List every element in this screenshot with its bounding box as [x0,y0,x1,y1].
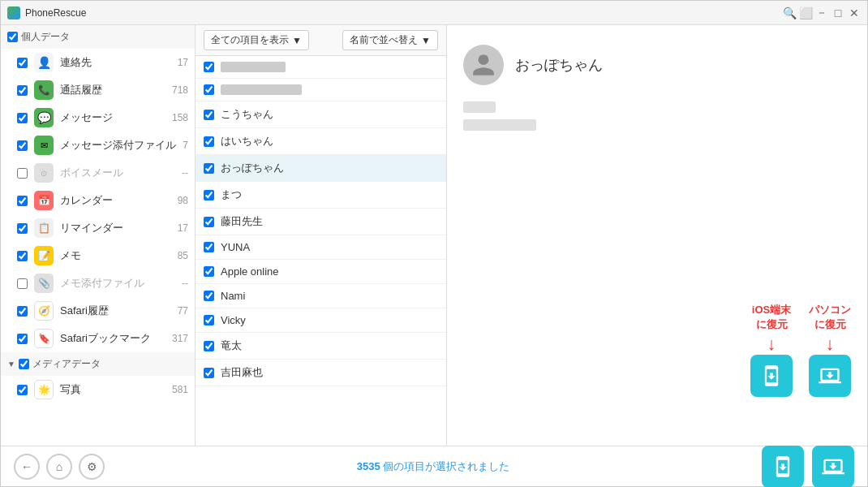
contact-item[interactable]: 吉田麻也 [196,360,446,386]
pc-restore-icon [819,364,841,387]
search-button[interactable]: 🔍 [783,6,796,19]
contacts-checkbox[interactable] [17,58,28,68]
contact-checkbox[interactable] [204,136,214,147]
sidebar-item-messages[interactable]: 💬 メッセージ 158 [1,104,195,131]
home-button[interactable]: ⌂ [46,454,72,480]
minimize-button[interactable]: － [815,6,828,19]
noteatt-label: メモ添付ファイル [60,276,175,291]
sidebar-item-notes[interactable]: 📝 メモ 85 [1,242,195,269]
nav-buttons: ← ⌂ ⚙ [14,454,105,480]
ios-restore-col: iOS端末に復元 ↓ [750,303,793,397]
voicemail-count: -- [182,167,188,179]
app-window: PhoneRescue 🔍 ⬜ － □ ✕ 個人データ 👤 連絡先 17 [0,0,868,487]
calendar-checkbox[interactable] [17,196,28,206]
calendar-label: カレンダー [60,193,171,208]
status-number: 3535 [357,460,380,472]
contact-name: YUNA [221,241,250,253]
back-button[interactable]: ← [14,454,40,480]
contact-item[interactable]: Vicky [196,308,446,333]
notes-checkbox[interactable] [17,251,28,261]
contact-checkbox[interactable] [204,242,214,252]
ios-restore-label: iOS端末に復元 [752,303,791,332]
sidebar-item-noteatt[interactable]: 📎 メモ添付ファイル -- [1,269,195,297]
bottombar: ← ⌂ ⚙ 3535 個の項目が選択されました [1,446,867,486]
ios-action-button[interactable] [762,446,804,488]
contact-item[interactable]: Nami [196,284,446,308]
status-label: 個の項目が選択されました [383,460,509,472]
voicemail-icon: ⊙ [34,163,54,183]
contact-checkbox[interactable] [204,190,214,200]
maximize-button[interactable]: □ [831,6,844,19]
safari-history-icon: 🧭 [34,301,54,321]
sidebar-item-contacts[interactable]: 👤 連絡先 17 [1,49,195,76]
pc-restore-button[interactable] [809,355,851,397]
sidebar-item-photos[interactable]: 🌟 写真 581 [1,376,195,403]
contact-checkbox[interactable] [204,110,214,120]
pc-restore-col: パソコンに復元 ↓ [809,303,851,397]
messages-icon: 💬 [34,108,54,127]
contact-item[interactable] [196,79,446,101]
contact-name: こうちゃん [221,107,273,122]
sidebar-item-voicemail[interactable]: ⊙ ボイスメール -- [1,159,195,187]
contact-item[interactable]: YUNA [196,235,446,260]
sidebar-item-safari-history[interactable]: 🧭 Safari履歴 77 [1,297,195,325]
contact-checkbox[interactable] [204,217,214,227]
safari-history-checkbox[interactable] [17,306,28,317]
contact-name: Apple online [221,265,279,278]
contact-item[interactable]: Apple online [196,260,446,284]
sidebar-item-safari-bookmarks[interactable]: 🔖 Safariブックマーク 317 [1,325,195,352]
reminders-checkbox[interactable] [17,223,28,234]
contact-item[interactable]: 竜太 [196,333,446,360]
contact-checkbox[interactable] [204,62,214,72]
sidebar-item-calendar[interactable]: 📅 カレンダー 98 [1,187,195,214]
photos-checkbox[interactable] [17,385,28,395]
restore-area: iOS端末に復元 ↓ パソコンに復元 ↓ [750,303,851,397]
contact-checkbox[interactable] [204,315,214,325]
detail-field-1 [463,101,496,113]
sort-chevron-icon: ▼ [421,35,431,46]
contact-checkbox[interactable] [204,266,214,277]
safari-bookmarks-checkbox[interactable] [17,334,28,344]
contact-item[interactable]: まつ [196,182,446,209]
media-data-label: メディアデータ [32,357,101,371]
safari-bookmarks-label: Safariブックマーク [60,331,165,346]
restore-window-button[interactable]: ⬜ [799,6,812,19]
contact-item[interactable]: こうちゃん [196,101,446,128]
contact-checkbox[interactable] [204,368,214,378]
contact-checkbox[interactable] [204,341,214,351]
sidebar-item-msgatt[interactable]: ✉ メッセージ添付ファイル 7 [1,131,195,159]
voicemail-checkbox[interactable] [17,168,28,179]
contact-item-selected[interactable]: おっぽちゃん [196,155,446,182]
contact-checkbox[interactable] [204,163,214,174]
contact-item[interactable] [196,56,446,79]
app-title: PhoneRescue [25,7,86,19]
ios-restore-button[interactable] [750,355,793,397]
pc-action-button[interactable] [812,446,854,488]
personal-data-checkbox[interactable] [7,32,18,42]
pc-action-icon [822,455,844,478]
personal-data-label: 個人データ [21,30,70,44]
titlebar-controls: 🔍 ⬜ － □ ✕ [783,6,861,19]
contact-checkbox[interactable] [204,291,214,301]
calls-checkbox[interactable] [17,85,28,96]
media-data-checkbox[interactable] [19,359,29,369]
contact-item[interactable]: はいちゃん [196,128,446,155]
msgatt-checkbox[interactable] [17,140,28,151]
contact-name: 吉田麻也 [221,365,263,380]
noteatt-checkbox[interactable] [17,278,28,289]
sidebar-item-reminders[interactable]: 📋 リマインダー 17 [1,214,195,242]
show-all-button[interactable]: 全ての項目を表示 ▼ [204,30,309,50]
photos-count: 581 [172,384,188,395]
messages-label: メッセージ [60,110,165,125]
sidebar-item-calls[interactable]: 📞 通話履歴 718 [1,76,195,104]
contact-item[interactable]: 藤田先生 [196,209,446,235]
contact-name: 竜太 [221,338,242,353]
sort-button[interactable]: 名前で並べ替え ▼ [342,30,438,50]
detail-content: おっぽちゃん [447,25,867,150]
safari-history-count: 77 [178,305,188,317]
settings-button[interactable]: ⚙ [79,454,105,480]
messages-checkbox[interactable] [17,113,28,123]
contact-name: Nami [221,290,245,302]
contact-checkbox[interactable] [204,84,214,95]
close-button[interactable]: ✕ [848,6,861,19]
